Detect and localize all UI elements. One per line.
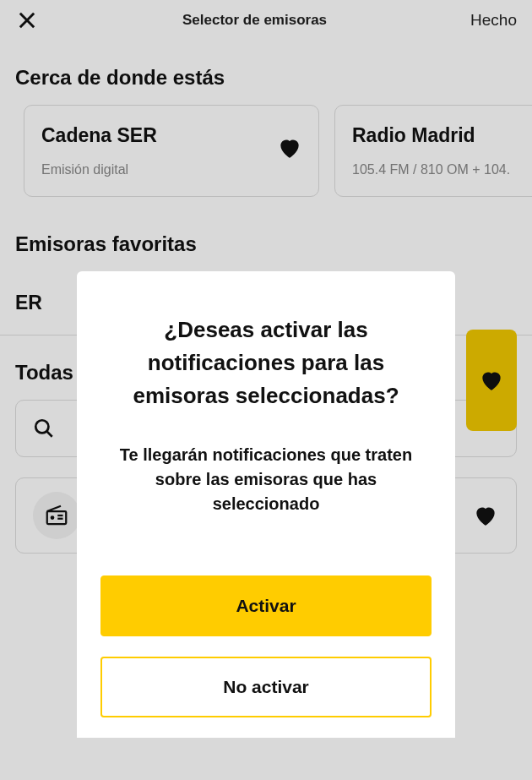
modal-title: ¿Deseas activar las notificaciones para … [100, 314, 432, 412]
modal-body: Te llegarán notificaciones que traten so… [100, 443, 432, 516]
notifications-modal: ¿Deseas activar las notificaciones para … [77, 271, 455, 738]
modal-overlay[interactable]: ¿Deseas activar las notificaciones para … [0, 0, 532, 780]
dont-activate-button[interactable]: No activar [100, 657, 432, 717]
activate-button[interactable]: Activar [100, 575, 432, 636]
